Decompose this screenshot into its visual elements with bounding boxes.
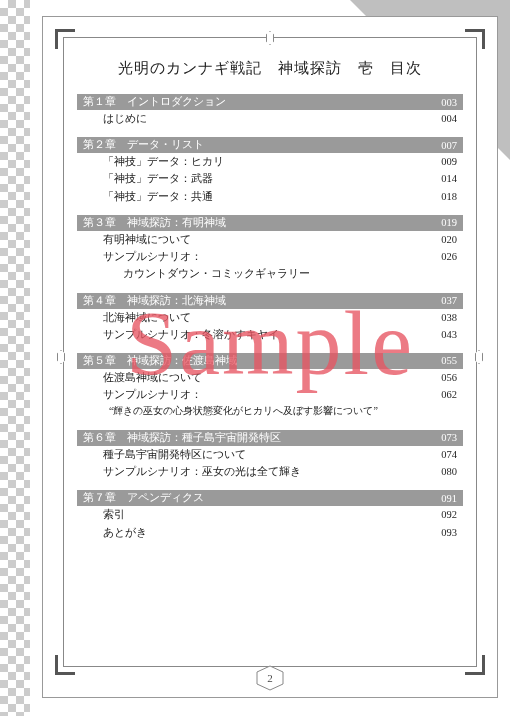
toc-section: 第７章 アペンディクス091索引092あとがき093 [77, 490, 463, 540]
toc-row: 「神技」データ：共通018 [77, 188, 463, 205]
section-bar: 第７章 アペンディクス091 [77, 490, 463, 506]
document-page: 光明のカンナギ戦記 神域探訪 壱 目次 第１章 イントロダクション003はじめに… [42, 16, 498, 698]
toc-row: サンプルシナリオ：026 [77, 248, 463, 265]
toc-row: 「神技」データ：ヒカリ009 [77, 153, 463, 170]
toc-row-label: サンプルシナリオ： [103, 387, 427, 402]
corner-bracket-br [465, 655, 485, 675]
section-bar: 第６章 神域探訪：種子島宇宙開発特区073 [77, 430, 463, 446]
toc-row-label: サンプルシナリオ：巫女の光は全て輝き [103, 464, 427, 479]
toc-row-page: 062 [427, 387, 457, 402]
toc-row: 索引092 [77, 506, 463, 523]
toc-row: カウントダウン・コミックギャラリー [77, 265, 463, 282]
toc-row-label: はじめに [103, 111, 427, 126]
toc-row: 北海神域について038 [77, 309, 463, 326]
section-bar-label: 第３章 神域探訪：有明神域 [83, 216, 441, 230]
toc-section: 第４章 神域探訪：北海神域037北海神域について038サンプルシナリオ：冬溶かす… [77, 293, 463, 343]
section-bar: 第２章 データ・リスト007 [77, 137, 463, 153]
toc-section: 第５章 神域探訪：佐渡島神域055佐渡島神域について056サンプルシナリオ：06… [77, 353, 463, 420]
section-bar-page: 055 [441, 355, 457, 366]
toc-section: 第３章 神域探訪：有明神域019有明神域について020サンプルシナリオ：026カ… [77, 215, 463, 283]
toc-row: 有明神域について020 [77, 231, 463, 248]
section-bar-page: 003 [441, 97, 457, 108]
section-bar-label: 第７章 アペンディクス [83, 491, 441, 505]
toc-row: あとがき093 [77, 524, 463, 541]
toc-row: 佐渡島神域について056 [77, 369, 463, 386]
toc-row-label: 種子島宇宙開発特区について [103, 447, 427, 462]
toc-row-page: 038 [427, 310, 457, 325]
toc-row: 種子島宇宙開発特区について074 [77, 446, 463, 463]
toc-row-label: あとがき [103, 525, 427, 540]
toc-row-page: 004 [427, 111, 457, 126]
toc-row-page: 092 [427, 507, 457, 522]
section-bar-label: 第２章 データ・リスト [83, 138, 441, 152]
toc-row-label: 有明神域について [103, 232, 427, 247]
toc-row-page: 074 [427, 447, 457, 462]
toc-row-page: 020 [427, 232, 457, 247]
toc-row: サンプルシナリオ：062 [77, 386, 463, 403]
toc-row-page [427, 404, 457, 419]
corner-bracket-bl [55, 655, 75, 675]
page-number: 2 [267, 672, 273, 684]
section-bar-page: 091 [441, 493, 457, 504]
section-bar-label: 第５章 神域探訪：佐渡島神域 [83, 354, 441, 368]
section-bar: 第１章 イントロダクション003 [77, 94, 463, 110]
toc-row: 「神技」データ：武器014 [77, 170, 463, 187]
toc-row-page: 014 [427, 171, 457, 186]
toc-content: 光明のカンナギ戦記 神域探訪 壱 目次 第１章 イントロダクション003はじめに… [77, 51, 463, 649]
toc-row-page: 093 [427, 525, 457, 540]
toc-row-label: 「神技」データ：共通 [103, 189, 427, 204]
transparency-checker [0, 0, 30, 716]
section-bar-label: 第６章 神域探訪：種子島宇宙開発特区 [83, 431, 441, 445]
toc-row-label: サンプルシナリオ： [103, 249, 427, 264]
toc-row-page: 056 [427, 370, 457, 385]
page-number-wrap: 2 [255, 665, 285, 691]
toc-section: 第６章 神域探訪：種子島宇宙開発特区073種子島宇宙開発特区について074サンプ… [77, 430, 463, 480]
section-bar-label: 第４章 神域探訪：北海神域 [83, 294, 441, 308]
toc-row-page: 009 [427, 154, 457, 169]
toc-row-page: 018 [427, 189, 457, 204]
toc-row: サンプルシナリオ：巫女の光は全て輝き080 [77, 463, 463, 480]
section-bar-page: 019 [441, 217, 457, 228]
corner-bracket-tr [465, 29, 485, 49]
section-bar: 第５章 神域探訪：佐渡島神域055 [77, 353, 463, 369]
toc-row-label: カウントダウン・コミックギャラリー [123, 266, 427, 281]
toc-section: 第１章 イントロダクション003はじめに004 [77, 94, 463, 127]
corner-bracket-tl [55, 29, 75, 49]
toc-row-page [427, 266, 457, 281]
toc-row: “輝きの巫女の心身状態変化がヒカリへ及ぼす影響について” [77, 403, 463, 420]
toc-row-label: サンプルシナリオ：冬溶かすキヤイ [103, 327, 427, 342]
page-number-hexagon: 2 [255, 665, 285, 691]
section-bar-page: 073 [441, 432, 457, 443]
toc-row-label: 佐渡島神域について [103, 370, 427, 385]
section-bar-label: 第１章 イントロダクション [83, 95, 441, 109]
toc-section: 第２章 データ・リスト007「神技」データ：ヒカリ009「神技」データ：武器01… [77, 137, 463, 205]
section-bar: 第３章 神域探訪：有明神域019 [77, 215, 463, 231]
section-bar-page: 037 [441, 295, 457, 306]
section-bar-page: 007 [441, 140, 457, 151]
toc-row-label: 北海神域について [103, 310, 427, 325]
toc-row: はじめに004 [77, 110, 463, 127]
toc-row-label: “輝きの巫女の心身状態変化がヒカリへ及ぼす影響について” [109, 404, 427, 419]
toc-row-page: 080 [427, 464, 457, 479]
toc-row-page: 043 [427, 327, 457, 342]
toc-row-label: 「神技」データ：武器 [103, 171, 427, 186]
toc-row-page: 026 [427, 249, 457, 264]
toc-row: サンプルシナリオ：冬溶かすキヤイ043 [77, 326, 463, 343]
page-title: 光明のカンナギ戦記 神域探訪 壱 目次 [77, 59, 463, 78]
toc-row-label: 索引 [103, 507, 427, 522]
section-bar: 第４章 神域探訪：北海神域037 [77, 293, 463, 309]
toc-row-label: 「神技」データ：ヒカリ [103, 154, 427, 169]
